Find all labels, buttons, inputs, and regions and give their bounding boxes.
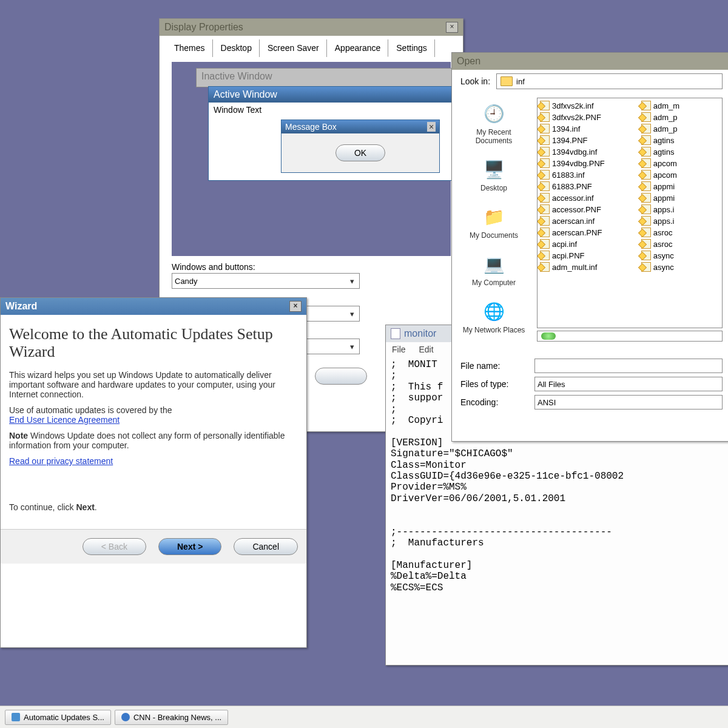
taskbar: Automatic Updates S... CNN - Breaking Ne… [0, 706, 728, 728]
place-desktop[interactable]: 🖥️Desktop [460, 157, 527, 192]
file-item[interactable]: adm_p [641, 124, 679, 133]
place-documents[interactable]: 📁My Documents [460, 204, 527, 240]
file-icon [641, 204, 651, 214]
wizard-window: Wizard × Welcome to the Automatic Update… [0, 297, 307, 648]
file-item[interactable]: acerscan.PNF [540, 228, 605, 237]
file-item[interactable]: 61883.PNF [540, 181, 605, 191]
notepad-title: monitor [404, 328, 436, 339]
file-item[interactable]: 61883.inf [540, 170, 605, 180]
filetype-label: Files of type: [460, 379, 527, 389]
encoding-combobox[interactable]: ANSI [534, 395, 723, 410]
cancel-button[interactable]: Cancel [234, 538, 298, 555]
file-item[interactable]: acpi.PNF [540, 251, 605, 260]
folder-icon [500, 76, 513, 86]
file-icon [641, 101, 651, 110]
file-icon [641, 262, 651, 272]
file-item[interactable]: apps.i [641, 216, 679, 226]
file-item[interactable]: async [641, 262, 679, 272]
preview-ok-button: OK [335, 144, 385, 161]
file-icon [641, 228, 651, 237]
file-list[interactable]: 3dfxvs2k.inf3dfxvs2k.PNF1394.inf1394.PNF… [537, 98, 723, 328]
display-properties-titlebar[interactable]: Display Properties × [160, 19, 463, 36]
file-item[interactable]: appmi [641, 193, 679, 203]
style-combobox[interactable]: Candy ▾ [172, 273, 360, 289]
filename-input[interactable] [534, 359, 723, 373]
file-item[interactable]: acerscan.inf [540, 216, 605, 226]
wizard-continue-text: To continue, click Next. [9, 502, 298, 512]
file-item[interactable]: adm_mult.inf [540, 262, 605, 272]
file-item[interactable]: 1394.inf [540, 124, 605, 133]
app-icon [12, 713, 20, 721]
wizard-titlebar-text: Wizard [5, 301, 37, 312]
eula-link[interactable]: End User Licence Agreement [9, 415, 120, 425]
file-item[interactable]: accessor.PNF [540, 204, 605, 214]
preview-active-title: Active Window [209, 87, 476, 103]
tab-appearance[interactable]: Appearance [328, 39, 389, 57]
file-icon [641, 193, 651, 203]
display-properties-title: Display Properties [164, 22, 243, 33]
appearance-preview: Inactive Window Active Window Window Tex… [172, 62, 451, 256]
file-item[interactable]: 1394vdbg.PNF [540, 158, 605, 168]
open-dialog-titlebar[interactable]: Open [452, 53, 728, 70]
wizard-paragraph-1: This wizard helps you set up Windows Upd… [9, 370, 298, 399]
file-icon [641, 158, 651, 168]
preview-msgbox-title: Message Box [285, 122, 337, 132]
place-network[interactable]: 🌐My Network Places [460, 299, 527, 334]
style-label: Windows and buttons: [172, 262, 451, 272]
file-icon [641, 147, 651, 157]
close-icon[interactable]: × [446, 22, 458, 33]
file-item[interactable]: adm_p [641, 112, 679, 122]
file-item[interactable]: async [641, 251, 679, 260]
file-icon [641, 239, 651, 249]
taskbar-item-updates[interactable]: Automatic Updates S... [5, 710, 111, 725]
horizontal-scrollbar[interactable] [537, 331, 723, 342]
file-item[interactable]: agtins [641, 147, 679, 157]
file-item[interactable]: agtins [641, 135, 679, 145]
wizard-body: Welcome to the Automatic Updates Setup W… [1, 315, 306, 529]
tab-settings[interactable]: Settings [389, 39, 435, 57]
file-item[interactable]: appmi [641, 181, 679, 191]
wizard-titlebar[interactable]: Wizard × [1, 298, 306, 315]
scrollbar-thumb[interactable] [541, 332, 556, 340]
wizard-note: Note Windows Update does not collect any… [9, 431, 298, 450]
documents-icon: 📁 [482, 204, 506, 229]
place-computer[interactable]: 💻My Computer [460, 252, 527, 287]
menu-file[interactable]: File [392, 345, 406, 354]
lookin-value: inf [516, 77, 525, 86]
privacy-link[interactable]: Read our privacy statement [9, 456, 113, 466]
menu-edit[interactable]: Edit [419, 345, 433, 354]
file-item[interactable]: 1394.PNF [540, 135, 605, 145]
encoding-label: Encoding: [460, 397, 527, 407]
wizard-paragraph-2: Use of automatic updates is covered by t… [9, 405, 298, 425]
place-recent[interactable]: 🕘My Recent Documents [460, 101, 527, 145]
file-item[interactable]: apcom [641, 158, 679, 168]
display-properties-tabs: Themes Desktop Screen Saver Appearance S… [160, 36, 463, 57]
style-value: Candy [175, 277, 198, 286]
file-item[interactable]: adm_m [641, 101, 679, 110]
file-item[interactable]: accessor.inf [540, 193, 605, 203]
filetype-combobox[interactable]: All Files [534, 377, 723, 391]
taskbar-item-cnn[interactable]: CNN - Breaking News, ... [115, 710, 228, 725]
file-item[interactable]: 1394vdbg.inf [540, 147, 605, 157]
file-icon [540, 193, 550, 203]
file-icon [540, 101, 550, 110]
next-button[interactable]: Next > [158, 538, 221, 555]
file-item[interactable]: apps.i [641, 204, 679, 214]
file-item[interactable]: 3dfxvs2k.inf [540, 101, 605, 110]
file-icon [540, 204, 550, 214]
tab-screensaver[interactable]: Screen Saver [260, 39, 327, 57]
file-icon [540, 262, 550, 272]
back-button[interactable]: < Back [83, 538, 146, 555]
wizard-buttons: < Back Next > Cancel [1, 529, 306, 564]
file-item[interactable]: asroc [641, 239, 679, 249]
lookin-combobox[interactable]: inf [496, 73, 723, 89]
cancel-button[interactable] [315, 368, 366, 385]
file-item[interactable]: 3dfxvs2k.PNF [540, 112, 605, 122]
file-item[interactable]: acpi.inf [540, 239, 605, 249]
close-icon[interactable]: × [289, 301, 302, 312]
tab-themes[interactable]: Themes [167, 39, 213, 57]
tab-desktop[interactable]: Desktop [214, 39, 260, 57]
preview-inactive-title: Inactive Window [197, 69, 463, 84]
file-item[interactable]: apcom [641, 170, 679, 180]
file-item[interactable]: asroc [641, 228, 679, 237]
